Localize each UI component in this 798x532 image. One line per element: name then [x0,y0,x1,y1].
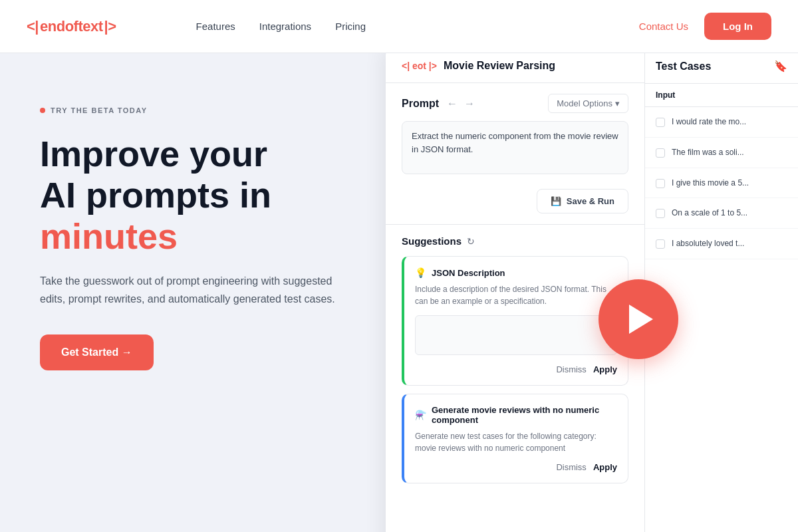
suggestion-card-1-desc: Include a description of the desired JSO… [415,283,617,307]
prompt-header: Prompt ← → Model Options ▾ [402,94,628,113]
test-cases-panel: Test Cases 🔖 Input I would rate the mo..… [645,47,798,532]
table-row: On a scale of 1 to 5... [645,198,798,229]
save-run-button[interactable]: 💾 Save & Run [537,189,628,213]
suggestions-header: Suggestions ↻ [402,235,628,247]
test-row-1-checkbox[interactable] [656,118,665,127]
beta-text: TRY THE BETA TODAY [51,106,148,114]
suggestion-card-2-desc: Generate new test cases for the followin… [415,430,617,454]
suggestion-card-2-actions: Dismiss Apply [415,462,617,472]
prompt-nav: ← → [447,98,475,110]
prompt-prev-button[interactable]: ← [447,98,458,110]
hero-title-accent: minutes [40,216,178,256]
suggestion-1-dismiss-button[interactable]: Dismiss [556,364,587,374]
get-started-button[interactable]: Get Started → [40,334,154,370]
suggestion-icon-2: ⚗️ [415,410,426,420]
hero-section: TRY THE BETA TODAY Improve your AI promp… [0,53,399,532]
test-row-2-text: The film was a soli... [672,147,744,158]
suggestion-card-1-header: 💡 JSON Description [415,267,617,278]
table-row: I absolutely loved t... [645,229,798,259]
refresh-icon[interactable]: ↻ [467,236,475,247]
suggestion-2-dismiss-button[interactable]: Dismiss [556,462,587,472]
suggestion-card-1-textarea[interactable] [415,315,617,355]
test-cases-label: Test Cases [656,61,711,72]
prompt-section: Prompt ← → Model Options ▾ Extract the n… [386,83,644,225]
nav-pricing[interactable]: Pricing [335,21,366,32]
navbar: <| endoftext |> Features Integrations Pr… [0,0,798,53]
video-play-button[interactable] [598,279,678,359]
main-content: TRY THE BETA TODAY Improve your AI promp… [0,53,798,532]
prompt-textarea[interactable]: Extract the numeric component from the m… [402,121,628,174]
beta-badge: TRY THE BETA TODAY [40,106,359,114]
logo-text: endoftext [40,18,103,35]
model-options-label: Model Options [557,98,612,108]
test-row-4-checkbox[interactable] [656,209,665,218]
beta-dot [40,108,45,113]
prompt-text: Extract the numeric component from the m… [412,131,618,154]
suggestion-card-2-title: Generate movie reviews with no numeric c… [432,405,617,425]
logo-bracket-left: <| [27,18,39,35]
suggestions-label: Suggestions [402,235,462,247]
play-icon [629,305,653,334]
suggestion-card-2: ⚗️ Generate movie reviews with no numeri… [402,394,628,483]
suggestion-2-apply-button[interactable]: Apply [593,462,617,472]
prompt-next-button[interactable]: → [464,98,475,110]
test-row-2-checkbox[interactable] [656,148,665,158]
contact-link[interactable]: Contact Us [639,21,688,32]
suggestion-1-apply-button[interactable]: Apply [593,364,617,374]
table-row: The film was a soli... [645,138,798,168]
test-row-5-checkbox[interactable] [656,239,665,249]
hero-title-line1: Improve your [40,134,267,174]
suggestion-card-1-title: JSON Description [432,268,505,278]
test-row-4-text: On a scale of 1 to 5... [672,207,747,219]
suggestion-card-1: 💡 JSON Description Include a description… [402,256,628,386]
demo-logo: <| eot |> [402,61,437,71]
model-options-button[interactable]: Model Options ▾ [548,94,628,113]
suggestion-card-1-actions: Dismiss Apply [415,364,617,374]
nav-integrations[interactable]: Integrations [259,21,311,32]
logo: <| endoftext |> [27,18,116,35]
save-icon: 💾 [551,196,561,206]
demo-panel: <| eot |> Movie Review Parsing Prompt ← … [386,47,798,532]
demo-app-title: Movie Review Parsing [444,60,555,72]
table-row: I would rate the mo... [645,107,798,138]
login-button[interactable]: Log In [704,13,771,40]
hero-subtitle: Take the guesswork out of prompt enginee… [40,273,359,308]
suggestion-card-2-header: ⚗️ Generate movie reviews with no numeri… [415,405,617,425]
nav-right: Contact Us Log In [639,13,771,40]
nav-links: Features Integrations Pricing [196,21,366,32]
logo-bracket-right: |> [104,18,116,35]
demo-main: <| eot |> Movie Review Parsing Prompt ← … [386,47,645,532]
test-row-3-checkbox[interactable] [656,179,665,188]
table-row: I give this movie a 5... [645,168,798,199]
test-row-5-text: I absolutely loved t... [672,238,744,249]
test-row-3-text: I give this movie a 5... [672,178,749,189]
save-run-label: Save & Run [567,196,614,206]
prompt-label: Prompt [402,98,439,110]
test-col-input-header: Input [645,84,798,107]
suggestions-section: Suggestions ↻ 💡 JSON Description Include… [386,225,644,532]
hero-title: Improve your AI prompts in minutes [40,133,359,257]
hero-title-line2: AI prompts in [40,175,271,215]
nav-features[interactable]: Features [196,21,235,32]
chevron-down-icon: ▾ [615,98,620,108]
test-row-1-text: I would rate the mo... [672,116,746,128]
bookmark-icon: 🔖 [774,60,787,72]
suggestion-icon-1: 💡 [415,267,426,278]
